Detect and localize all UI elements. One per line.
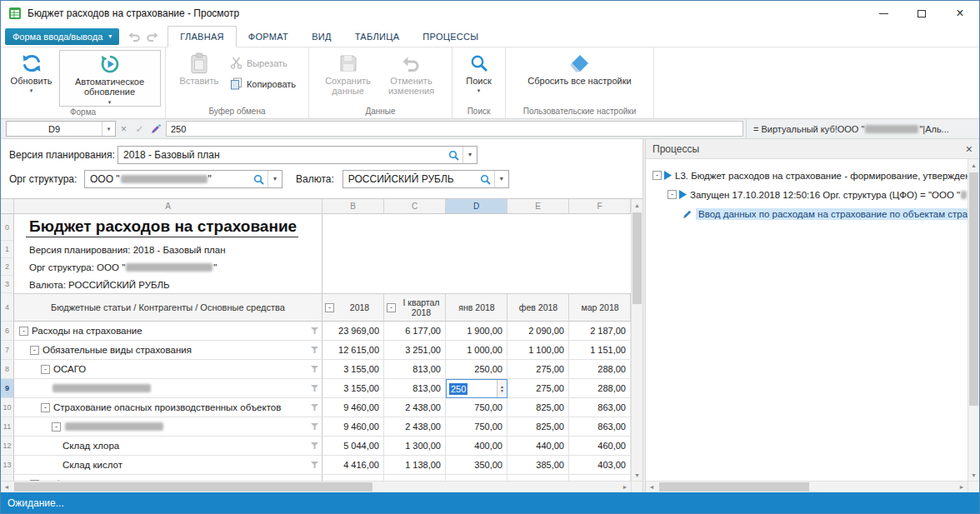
auto-refresh-button[interactable]: Автоматическое обновление ▾ bbox=[59, 50, 161, 107]
cell-E8[interactable]: 275,00 bbox=[508, 360, 569, 379]
row-header-11[interactable]: 11 bbox=[1, 417, 14, 437]
refresh-button[interactable]: Обновить ▾ bbox=[6, 50, 58, 94]
row-header-0[interactable]: 0 bbox=[1, 214, 14, 241]
cell-A7[interactable]: -Обязательные виды страхования bbox=[14, 341, 322, 360]
cell-C7[interactable]: 3 251,00 bbox=[384, 341, 446, 360]
cell-F6[interactable]: 2 187,00 bbox=[569, 322, 631, 341]
row-header-14[interactable]: 14 bbox=[1, 475, 14, 481]
cell-A10[interactable]: -Страхование опасных производственных об… bbox=[14, 398, 322, 417]
cell-F12[interactable]: 460,00 bbox=[569, 437, 631, 456]
cell-B13[interactable]: 4 416,00 bbox=[322, 456, 384, 475]
collapse-icon[interactable]: - bbox=[387, 303, 396, 312]
cell-D9[interactable]: 250▲▼ bbox=[446, 379, 508, 398]
cell-A14[interactable]: -Добровольные виды страхования bbox=[14, 475, 322, 481]
cell-B7[interactable]: 12 615,00 bbox=[322, 341, 384, 360]
cell-B8[interactable]: 3 155,00 bbox=[322, 360, 384, 379]
column-header-C[interactable]: C bbox=[384, 199, 446, 214]
paste-button[interactable]: Вставить bbox=[174, 50, 224, 87]
column-header-B[interactable]: B bbox=[322, 199, 384, 214]
cell-D6[interactable]: 1 900,00 bbox=[446, 322, 508, 341]
filter-icon[interactable] bbox=[311, 366, 318, 372]
undo-changes-button[interactable]: Отменить изменения bbox=[380, 50, 443, 97]
cell-F13[interactable]: 403,00 bbox=[569, 456, 631, 475]
close-button[interactable]: × bbox=[941, 1, 979, 26]
cell-D13[interactable]: 350,00 bbox=[446, 456, 508, 475]
scroll-down-icon[interactable]: ▼ bbox=[968, 469, 979, 481]
cell-F9[interactable]: 288,00 bbox=[569, 379, 631, 398]
scroll-down-icon[interactable]: ▼ bbox=[632, 469, 642, 481]
org-structure-combo[interactable]: ООО " " ▾ bbox=[84, 170, 282, 188]
cell-D11[interactable]: 750,00 bbox=[446, 417, 508, 437]
row-header-7[interactable]: 7 bbox=[1, 341, 14, 360]
cell-F11[interactable]: 863,00 bbox=[569, 417, 631, 437]
cell-E14[interactable]: 990,00 bbox=[508, 475, 569, 481]
collapse-icon[interactable]: - bbox=[19, 327, 28, 336]
cell-C6[interactable]: 6 177,00 bbox=[384, 322, 446, 341]
row-header-6[interactable]: 6 bbox=[1, 322, 14, 341]
cell-E7[interactable]: 1 100,00 bbox=[508, 341, 569, 360]
cell-A6[interactable]: -Расходы на страхование bbox=[14, 322, 322, 341]
tab-2-формат[interactable]: ФОРМАТ bbox=[237, 26, 300, 47]
cell-A9[interactable] bbox=[14, 379, 322, 398]
cell-C9[interactable]: 813,00 bbox=[384, 379, 446, 398]
cell-D7[interactable]: 1 000,00 bbox=[446, 341, 508, 360]
process-item-2[interactable]: -Запущен 17.10.2018 12:50:16 Орг. структ… bbox=[652, 185, 968, 204]
cell-B4[interactable]: -2018 bbox=[322, 293, 384, 322]
filter-icon[interactable] bbox=[311, 385, 318, 392]
cell-C11[interactable]: 2 438,00 bbox=[384, 417, 446, 437]
undo-icon[interactable] bbox=[127, 30, 142, 43]
cell-A8[interactable]: -ОСАГО bbox=[14, 360, 322, 379]
cell-E6[interactable]: 2 090,00 bbox=[508, 322, 569, 341]
formula-input[interactable]: 250 bbox=[166, 121, 743, 137]
row-header-4[interactable]: 4 bbox=[1, 293, 14, 322]
column-header-A[interactable]: A bbox=[14, 199, 322, 214]
chevron-down-icon[interactable]: ▾ bbox=[102, 126, 115, 132]
collapse-icon[interactable]: - bbox=[41, 403, 50, 412]
cell-B12[interactable]: 5 044,00 bbox=[322, 437, 384, 456]
close-icon[interactable]: × bbox=[966, 143, 972, 155]
cell-A3[interactable]: Валюта: РОССИЙСКИЙ РУБЛЬ bbox=[14, 276, 322, 293]
cancel-entry-button[interactable]: × bbox=[116, 123, 132, 135]
cell-E4[interactable]: фев 2018 bbox=[508, 293, 569, 322]
scroll-up-icon[interactable]: ▲ bbox=[632, 199, 642, 211]
search-button[interactable]: Поиск ▾ bbox=[458, 50, 501, 94]
cell-E12[interactable]: 440,00 bbox=[508, 437, 569, 456]
row-header-8[interactable]: 8 bbox=[1, 360, 14, 379]
cut-button[interactable]: Вырезать bbox=[226, 55, 300, 71]
cell-C4[interactable]: -I квартал 2018 bbox=[384, 293, 446, 322]
version-combo[interactable]: 2018 - Базовый план ▾ bbox=[118, 146, 478, 164]
scroll-up-icon[interactable]: ▲ bbox=[968, 159, 979, 171]
cell-A12[interactable]: Склад хлора bbox=[14, 437, 322, 456]
cell-F8[interactable]: 288,00 bbox=[569, 360, 631, 379]
cell-B11[interactable]: 9 460,00 bbox=[322, 417, 384, 437]
cell-edit-value[interactable]: 250 bbox=[449, 383, 468, 395]
collapse-icon[interactable]: - bbox=[30, 480, 39, 482]
collapse-icon[interactable]: - bbox=[52, 422, 61, 432]
cell-C13[interactable]: 1 138,00 bbox=[384, 456, 446, 475]
filter-icon[interactable] bbox=[311, 347, 318, 353]
tab-3-вид[interactable]: ВИД bbox=[300, 26, 343, 47]
collapse-icon[interactable]: - bbox=[41, 365, 50, 374]
collapse-icon[interactable]: - bbox=[30, 346, 39, 355]
collapse-icon[interactable]: - bbox=[325, 303, 334, 312]
scroll-left-icon[interactable]: ◄ bbox=[646, 482, 658, 492]
chevron-down-icon[interactable]: ▾ bbox=[463, 152, 477, 158]
cell-D12[interactable]: 400,00 bbox=[446, 437, 508, 456]
search-icon[interactable] bbox=[250, 174, 268, 185]
cell-C10[interactable]: 2 438,00 bbox=[384, 398, 446, 417]
cell-A11[interactable]: - bbox=[14, 417, 322, 437]
cell-F10[interactable]: 863,00 bbox=[569, 398, 631, 417]
scroll-thumb[interactable] bbox=[969, 172, 978, 406]
cell-A1[interactable]: Версия планирования: 2018 - Базовый план bbox=[14, 241, 322, 258]
scroll-thumb[interactable] bbox=[632, 212, 642, 304]
minimize-button[interactable] bbox=[864, 1, 902, 26]
cell-B14[interactable]: 11 354,00 bbox=[322, 475, 384, 481]
collapse-icon[interactable]: - bbox=[668, 190, 677, 199]
cell-E10[interactable]: 825,00 bbox=[508, 398, 569, 417]
scroll-left-icon[interactable]: ◄ bbox=[1, 482, 12, 492]
filter-icon[interactable] bbox=[311, 462, 318, 468]
horizontal-scrollbar[interactable]: ◄ ► bbox=[646, 482, 968, 492]
cell-F14[interactable]: 1 036,00 bbox=[569, 475, 631, 481]
cell-A0[interactable]: Бюджет расходов на страхование bbox=[14, 214, 322, 241]
cell-A2[interactable]: Орг структура: ООО "" bbox=[14, 258, 322, 276]
